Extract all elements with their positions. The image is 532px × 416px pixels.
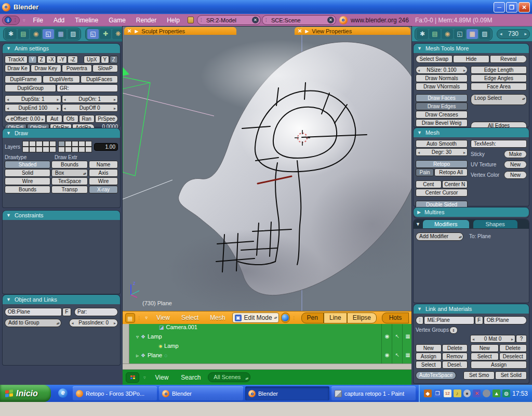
vgroup-new-button[interactable]: New [416, 344, 442, 352]
taskbar-task-paint[interactable]: captura retopo 1 - Paint [331, 386, 416, 400]
vgroup-remove-button[interactable]: Remov [442, 353, 468, 360]
mesh-header[interactable]: ▼ Mesh [414, 128, 529, 137]
layer-toggle[interactable] [85, 147, 92, 152]
draw-bevel-weights-button[interactable]: Draw Bevel Weig [416, 119, 468, 127]
texmesh-field[interactable]: TexMesh: [471, 140, 527, 148]
upz-button[interactable]: Z [110, 56, 118, 63]
multires-header[interactable]: ▶ Multires [414, 207, 529, 217]
visibility-eye-icon[interactable]: ◉ [382, 352, 392, 358]
collapse-icon[interactable]: ▼ [417, 130, 422, 135]
vgroup-select-button[interactable]: Select [416, 361, 442, 369]
trackz-button[interactable]: Z [37, 56, 46, 63]
timeoffset-slider[interactable]: eOffset: 0.00 [5, 115, 46, 123]
scene-context-icon[interactable]: ▨ [68, 29, 79, 39]
expand-icon[interactable]: ▶ [417, 210, 421, 215]
retopo-hotspot-button[interactable]: Hots [382, 313, 409, 323]
extra-name-button[interactable]: Name [89, 161, 118, 168]
close-panel-icon[interactable]: ✕ [127, 28, 131, 34]
outliner-scrollbar[interactable] [123, 324, 129, 363]
menu-select[interactable]: Select [177, 314, 203, 321]
object-context-icon[interactable]: ◱ [43, 29, 54, 39]
mesh-name-field[interactable]: ME:Plane [424, 316, 474, 324]
editing-context-icon[interactable]: ▦ [467, 29, 478, 39]
collapse-icon[interactable]: ▼ [6, 297, 11, 302]
collapse-icon[interactable]: ▼ [416, 222, 420, 227]
slowpar-button[interactable]: SlowP [92, 64, 118, 72]
bound-type-dropdown[interactable]: Box [51, 169, 88, 177]
selectable-arrow-icon[interactable]: ↖ [393, 333, 402, 339]
tray-icon-clock[interactable]: ● [463, 389, 471, 397]
layer-toggle[interactable] [85, 141, 92, 147]
layer-toggle[interactable] [43, 147, 49, 152]
expand-icon[interactable]: ▹ [136, 353, 139, 358]
retopo-ellipse-button[interactable]: Ellipse [347, 313, 377, 323]
layer-toggle[interactable] [65, 147, 72, 152]
ie-quicklaunch-icon[interactable]: e [58, 388, 68, 398]
material-assign-button[interactable]: Assign [471, 361, 527, 369]
start-button[interactable]: Inicio [0, 385, 51, 402]
viewport-canvas[interactable] [123, 27, 411, 311]
edge-length-button[interactable]: Edge Length [471, 66, 527, 74]
offset-ofs-button[interactable]: Ofs [63, 115, 78, 123]
layer-toggle[interactable] [36, 147, 43, 152]
logic-context-icon[interactable]: ✱ [5, 29, 17, 39]
viewport-3d[interactable]: z ✕ ▶ Sculpt Properties ✕ ▶ View Propert… [123, 27, 411, 324]
dupend-stepper[interactable]: DupEnd 100 [5, 104, 61, 112]
mesh-browse-icon[interactable]: ⋮ [416, 316, 423, 324]
track-negz-button[interactable]: -Z [68, 56, 78, 63]
shading-context-icon[interactable]: ◉ [30, 29, 42, 39]
tab-shapes[interactable]: Shapes [473, 220, 517, 228]
scene-context-icon[interactable]: ▨ [479, 29, 490, 39]
layer-toggle[interactable] [22, 147, 29, 152]
physics-subcontext-icon[interactable]: ✚ [100, 29, 111, 39]
tracky-button[interactable]: Y [28, 56, 36, 63]
anim-settings-header[interactable]: ▼ Anim settings [3, 44, 120, 53]
object-subcontext-icon[interactable]: ◱ [87, 29, 99, 39]
window-titlebar[interactable]: Blender ─ ❐ ✕ [0, 0, 532, 14]
upy-button[interactable]: Y [101, 56, 109, 63]
centre-new-button[interactable]: Center N [442, 180, 468, 188]
drawkey-button[interactable]: Draw Ke [5, 64, 30, 72]
set-smooth-button[interactable]: Set Smo [463, 371, 495, 380]
retopo-all-button[interactable]: Retopo All [434, 168, 468, 176]
retopo-paint-button[interactable]: Pain [416, 168, 434, 176]
delete-screen-icon[interactable]: ✕ [252, 17, 259, 23]
layer-toggle[interactable] [58, 147, 65, 152]
offset-prspeed-button[interactable]: PrSpee [95, 115, 118, 123]
object-name-field[interactable]: OB:Plane [5, 308, 62, 316]
tray-icon-ball[interactable] [483, 389, 490, 397]
draw-normals-button[interactable]: Draw Normals [416, 74, 468, 82]
sculpt-properties-float-panel[interactable]: ✕ ▶ Sculpt Properties [124, 27, 236, 35]
track-negy-button[interactable]: -Y [57, 56, 67, 63]
renderable-icon[interactable]: ▦ [403, 352, 411, 358]
menu-game[interactable]: Game [104, 17, 130, 24]
object-links-header[interactable]: ▼ Object and Links [3, 295, 120, 304]
offset-aut-button[interactable]: Aut [46, 115, 62, 123]
upx-button[interactable]: UpX [84, 56, 100, 63]
layer-toggle[interactable] [72, 147, 78, 152]
frame-number-stepper[interactable]: 730 [497, 29, 530, 39]
taskbar-task-blender-2[interactable]: Blender [245, 386, 329, 400]
collapse-icon[interactable]: ▼ [6, 213, 11, 218]
menu-add[interactable]: Add [49, 17, 69, 24]
draw-header[interactable]: ▼ Draw [3, 128, 120, 138]
visibility-eye-icon[interactable]: ◉ [382, 333, 392, 339]
draw-vnormals-button[interactable]: Draw VNormals [416, 83, 468, 90]
taskbar-task-blender-1[interactable]: Blender [159, 386, 243, 400]
autotexspace-button[interactable]: AutoTexSpace [416, 371, 456, 380]
collapse-icon[interactable]: ▼ [417, 306, 422, 311]
menu-search[interactable]: Search [176, 374, 206, 381]
dupliverts-button[interactable]: DupliVerts [43, 75, 80, 83]
duplifaces-button[interactable]: DupliFaces [81, 75, 118, 83]
extra-axis-button[interactable]: Axis [89, 169, 118, 177]
collapse-icon[interactable]: ▼ [6, 46, 11, 51]
collapse-icon[interactable]: ▿ [136, 334, 139, 340]
menu-render[interactable]: Render [131, 17, 161, 24]
passindex-stepper[interactable]: PassIndex: 0 [69, 319, 118, 327]
tray-icon-1[interactable]: ◆ [424, 389, 432, 397]
dupsta-stepper[interactable]: DupSta: 1 [5, 95, 61, 103]
tray-icon-volume[interactable]: ♪ [454, 389, 461, 397]
collapse-arrow-icon[interactable]: ▿ [141, 375, 148, 380]
set-solid-button[interactable]: Set Solid [495, 371, 527, 380]
scene-selector[interactable]: ⋮ SCE:Scene ✕ [262, 15, 336, 25]
